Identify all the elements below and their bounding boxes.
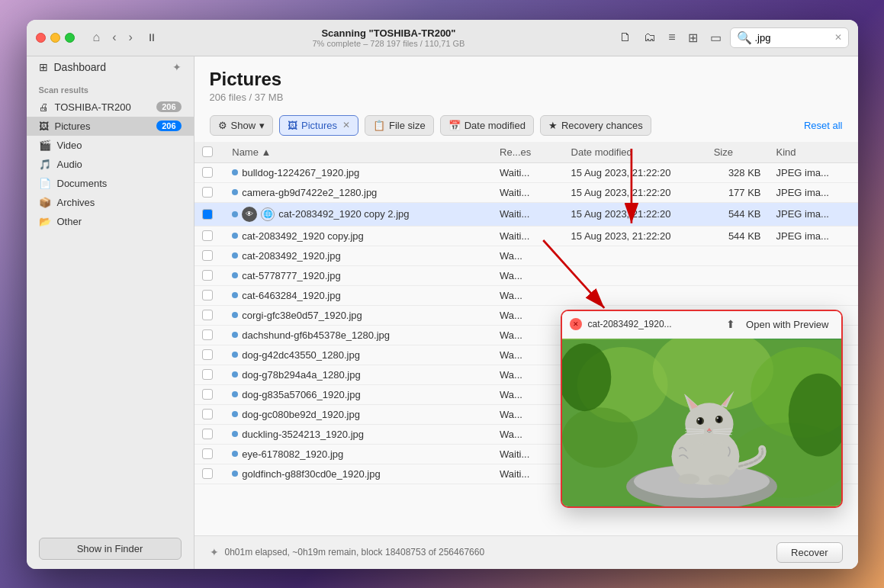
sidebar-item-dashboard[interactable]: ⊞ Dashboard ✦ bbox=[27, 56, 194, 78]
search-clear-button[interactable]: ✕ bbox=[834, 32, 842, 43]
show-finder-button[interactable]: Show in Finder bbox=[39, 538, 182, 560]
col-reces-header[interactable]: Re...es bbox=[492, 142, 564, 163]
row-checkbox[interactable] bbox=[202, 230, 213, 241]
row-checkbox[interactable] bbox=[202, 468, 213, 479]
title-center: Scanning "TOSHIBA-TR200" 7% complete – 7… bbox=[168, 27, 609, 48]
sidebar-toggle-icon[interactable]: ▭ bbox=[706, 28, 725, 47]
table-row[interactable]: cat-2083492_1920.jpgWa... bbox=[194, 246, 858, 265]
row-checkbox[interactable] bbox=[202, 329, 213, 340]
file-type-dot bbox=[232, 292, 238, 298]
titlebar: ⌂ ‹ › ⏸ Scanning "TOSHIBA-TR200" 7% comp… bbox=[27, 20, 858, 56]
date-modified bbox=[564, 265, 706, 285]
sidebar-item-archives[interactable]: 📦 Archives bbox=[27, 193, 194, 212]
row-checkbox[interactable] bbox=[202, 369, 213, 380]
col-checkbox[interactable] bbox=[194, 142, 225, 163]
preview-title: cat-2083492_1920... bbox=[588, 319, 721, 329]
home-button[interactable]: ⌂ bbox=[90, 29, 104, 46]
pictures-icon: 🖼 bbox=[39, 120, 49, 132]
date-modified: 15 Aug 2023, 21:22:20 bbox=[564, 182, 706, 202]
pause-button[interactable]: ⏸ bbox=[142, 30, 162, 45]
toshiba-icon: 🖨 bbox=[39, 101, 49, 113]
back-button[interactable]: ‹ bbox=[109, 29, 119, 46]
search-bar[interactable]: 🔍 ✕ bbox=[730, 27, 849, 48]
search-input[interactable] bbox=[755, 32, 831, 43]
file-name: cat-5778777_1920.jpg bbox=[242, 270, 340, 281]
recovery-status: Wa... bbox=[492, 384, 564, 404]
sidebar-item-documents[interactable]: 📄 Documents bbox=[27, 174, 194, 193]
show-filter-label: Show bbox=[231, 120, 256, 131]
grid-view-icon[interactable]: ⊞ bbox=[684, 28, 702, 47]
spinner-icon: ✦ bbox=[172, 61, 182, 73]
dashboard-label: Dashboard bbox=[54, 61, 107, 73]
close-button[interactable] bbox=[36, 33, 46, 43]
audio-icon: 🎵 bbox=[39, 159, 51, 170]
row-checkbox[interactable] bbox=[202, 250, 213, 261]
new-file-icon[interactable]: 🗋 bbox=[616, 28, 635, 47]
table-row[interactable]: bulldog-1224267_1920.jpgWaiti...15 Aug 2… bbox=[194, 162, 858, 182]
date-modified-label: Date modified bbox=[465, 120, 526, 131]
documents-label: Documents bbox=[57, 178, 182, 189]
pictures-filter-close[interactable]: ✕ bbox=[342, 120, 350, 130]
reset-all-button[interactable]: Reset all bbox=[804, 120, 843, 131]
pictures-filter-button[interactable]: 🖼 Pictures ✕ bbox=[279, 115, 358, 136]
date-modified: 15 Aug 2023, 21:22:20 bbox=[564, 162, 706, 182]
file-kind bbox=[769, 285, 858, 305]
table-row[interactable]: camera-gb9d7422e2_1280.jpgWaiti...15 Aug… bbox=[194, 182, 858, 202]
row-checkbox[interactable] bbox=[202, 429, 213, 439]
date-modified-filter-button[interactable]: 📅 Date modified bbox=[440, 115, 534, 136]
file-size-filter-button[interactable]: 📋 File size bbox=[365, 115, 434, 136]
preview-close-button[interactable]: ✕ bbox=[570, 318, 582, 330]
file-name: camera-gb9d7422e2_1280.jpg bbox=[242, 187, 377, 198]
show-filter-button[interactable]: ⚙ Show ▾ bbox=[210, 115, 274, 136]
file-kind: JPEG ima... bbox=[769, 182, 858, 202]
sidebar-item-other[interactable]: 📂 Other bbox=[27, 212, 194, 231]
recovery-chances-filter-button[interactable]: ★ Recovery chances bbox=[540, 115, 651, 136]
col-date-header[interactable]: Date modified bbox=[564, 142, 706, 163]
content-area: Pictures 206 files / 37 MB ⚙ Show ▾ 🖼 Pi… bbox=[194, 56, 858, 569]
row-checkbox[interactable] bbox=[202, 349, 213, 360]
col-name-header[interactable]: Name ▲ bbox=[224, 142, 492, 163]
content-title: Pictures bbox=[210, 69, 843, 90]
fullscreen-button[interactable] bbox=[65, 33, 75, 43]
sidebar-item-video[interactable]: 🎬 Video bbox=[27, 136, 194, 155]
row-checkbox[interactable] bbox=[202, 270, 213, 281]
open-with-preview-button[interactable]: Open with Preview bbox=[741, 317, 833, 332]
table-row[interactable]: 👁🌐cat-2083492_1920 copy 2.jpgWaiti...15 … bbox=[194, 202, 858, 226]
recovery-status: Waiti... bbox=[492, 464, 564, 484]
file-name: dog-g78b294a4a_1280.jpg bbox=[242, 369, 360, 381]
recover-button[interactable]: Recover bbox=[776, 542, 842, 563]
preview-share-button[interactable]: ⬆ bbox=[726, 318, 735, 330]
recovery-status: Wa... bbox=[492, 305, 564, 325]
list-view-icon[interactable]: ≡ bbox=[664, 28, 679, 47]
sidebar-item-pictures[interactable]: 🖼 Pictures 206 bbox=[27, 117, 194, 136]
preview-eye-icon[interactable]: 👁 bbox=[242, 207, 257, 222]
file-type-dot bbox=[232, 471, 238, 477]
sidebar-item-toshiba[interactable]: 🖨 TOSHIBA-TR200 206 bbox=[27, 98, 194, 117]
table-row[interactable]: cat-5778777_1920.jpgWa... bbox=[194, 265, 858, 285]
col-size-header[interactable]: Size bbox=[706, 142, 769, 163]
row-checkbox[interactable] bbox=[202, 448, 213, 459]
row-checkbox[interactable] bbox=[202, 209, 213, 220]
row-checkbox[interactable] bbox=[202, 167, 213, 178]
table-row[interactable]: cat-2083492_1920 copy.jpgWaiti...15 Aug … bbox=[194, 226, 858, 246]
row-checkbox[interactable] bbox=[202, 187, 213, 198]
toolbar-icons: 🗋 🗂 ≡ ⊞ ▭ 🔍 ✕ bbox=[616, 27, 848, 48]
row-checkbox[interactable] bbox=[202, 389, 213, 400]
forward-button[interactable]: › bbox=[126, 29, 136, 46]
row-checkbox[interactable] bbox=[202, 409, 213, 419]
folder-icon[interactable]: 🗂 bbox=[640, 28, 660, 47]
table-row[interactable]: cat-6463284_1920.jpgWa... bbox=[194, 285, 858, 305]
documents-icon: 📄 bbox=[39, 178, 51, 189]
sidebar-item-audio[interactable]: 🎵 Audio bbox=[27, 155, 194, 174]
file-type-dot bbox=[232, 233, 238, 239]
filter-bar: ⚙ Show ▾ 🖼 Pictures ✕ 📋 File size 📅 Date… bbox=[194, 109, 858, 142]
row-checkbox[interactable] bbox=[202, 290, 213, 300]
globe-icon[interactable]: 🌐 bbox=[261, 207, 275, 221]
row-checkbox[interactable] bbox=[202, 310, 213, 320]
file-table: Name ▲ Re...es Date modified Size Kind b… bbox=[194, 142, 858, 535]
main-window: ⌂ ‹ › ⏸ Scanning "TOSHIBA-TR200" 7% comp… bbox=[27, 20, 858, 569]
file-size: 544 KB bbox=[706, 202, 769, 226]
minimize-button[interactable] bbox=[50, 33, 60, 43]
recovery-status: Wa... bbox=[492, 345, 564, 365]
col-kind-header[interactable]: Kind bbox=[769, 142, 858, 163]
